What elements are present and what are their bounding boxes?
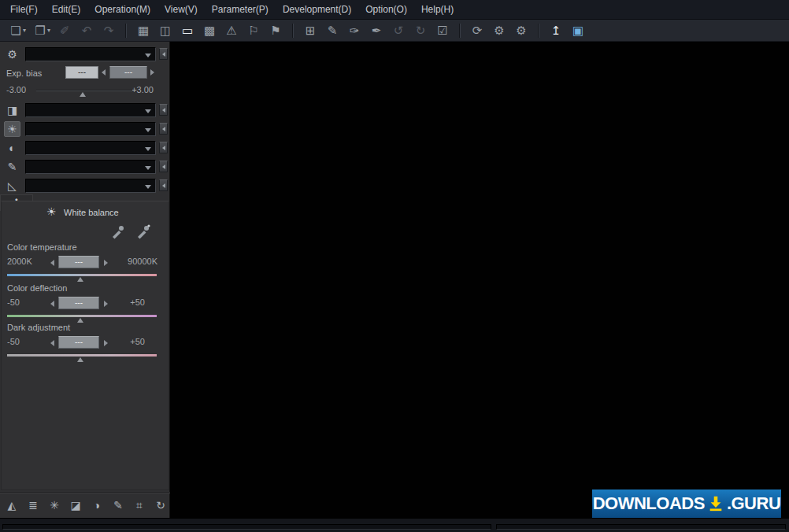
exp-bias-max-label: +3.00 (132, 85, 154, 94)
dark-adjustment-value-field[interactable]: --- (58, 336, 99, 349)
panel-divider (0, 492, 170, 493)
menu-file[interactable]: File(F) (3, 1, 45, 18)
dark-adjustment-increment-button[interactable] (104, 340, 108, 346)
rotate-left-icon[interactable]: ↺ (391, 20, 406, 41)
color-deflection-value-field[interactable]: --- (58, 297, 99, 309)
exposure-slider-popup-button[interactable] (159, 104, 168, 116)
exp-bias-increment-button[interactable] (150, 69, 154, 76)
menu-option[interactable]: Option(O) (358, 1, 414, 18)
delete-brush-icon[interactable]: ✐ (57, 20, 72, 41)
warning-display-icon[interactable]: ⚠ (224, 20, 239, 41)
dark-adjustment-slider[interactable] (7, 354, 157, 357)
mark-check-icon[interactable]: ☑ (435, 20, 450, 41)
focus-check-icon[interactable]: ◑ (89, 499, 105, 512)
chevron-down-icon (145, 185, 151, 189)
white-balance-slider-popup-button[interactable] (159, 123, 168, 135)
image-canvas[interactable] (171, 42, 789, 518)
parameter-tool-icon[interactable]: ✒ (369, 20, 384, 41)
color-temperature-value-field[interactable]: --- (58, 256, 99, 268)
display-settings-icon[interactable]: ▣ (570, 20, 586, 41)
before-after-icon[interactable]: ◪ (68, 499, 83, 512)
gray-balance-picker-button[interactable] (110, 224, 126, 239)
redo-icon[interactable]: ↷ (101, 20, 117, 41)
sharpness-row: ✎ (0, 158, 170, 175)
open-file-button[interactable]: ❏ ▾ (8, 20, 26, 41)
rotate-right-icon[interactable]: ↻ (413, 20, 428, 41)
retouch-pen-icon[interactable]: ✎ (110, 499, 126, 512)
triangle-left-icon (162, 164, 165, 169)
menu-view[interactable]: View(V) (157, 1, 205, 18)
thumbnail-mode-icon[interactable]: ▦ (135, 20, 151, 41)
taste-slider-popup-button[interactable] (159, 48, 168, 60)
rotation-icon[interactable]: ↻ (153, 499, 169, 512)
triangle-left-icon (162, 127, 165, 131)
tone-curve-dropdown[interactable] (25, 179, 156, 193)
refresh-icon[interactable]: ⟳ (469, 20, 485, 41)
color-temperature-decrement-button[interactable] (50, 260, 54, 266)
color-deflection-slider[interactable] (7, 315, 157, 317)
develop-icon[interactable]: ↥ (548, 20, 564, 41)
watermark-text: DOWNLOADS (593, 493, 705, 514)
white-balance-dropdown[interactable] (25, 122, 156, 136)
color-temperature-group: Color temperature 2000K --- 90000K (2, 242, 169, 282)
undo-icon[interactable]: ↶ (79, 20, 94, 41)
status-bar (0, 518, 789, 532)
sharpness-icon[interactable]: ✎ (4, 159, 20, 175)
grid-display-icon[interactable]: ⊞ (302, 20, 318, 41)
menu-development[interactable]: Development(D) (276, 1, 358, 18)
combination-mode-icon[interactable]: ◫ (157, 20, 173, 41)
color-deflection-min-label: -50 (7, 297, 20, 307)
adjustment-sidebar: ⚙ Exp. bias --- --- -3.00 +3.00 ◨ ☀ (0, 42, 170, 518)
histogram-icon[interactable]: ◭ (4, 499, 20, 512)
menu-parameter[interactable]: Parameter(P) (205, 1, 276, 18)
dark-adjustment-slider-marker[interactable] (77, 357, 83, 362)
contrast-icon[interactable]: ◐ (4, 140, 20, 156)
status-strip-right (496, 524, 786, 530)
contrast-dropdown[interactable] (25, 141, 156, 155)
exposure-dropdown[interactable] (25, 103, 156, 117)
highlight-display-icon[interactable]: ✳ (46, 499, 62, 512)
sharpness-slider-popup-button[interactable] (159, 161, 168, 172)
parameter-tool-icon[interactable]: ✎ (324, 20, 340, 41)
flag-next-icon[interactable]: ⚑ (268, 20, 283, 41)
menu-operation[interactable]: Operation(M) (87, 1, 157, 18)
exp-bias-slider-marker[interactable] (80, 92, 86, 97)
color-deflection-label: Color deflection (7, 283, 67, 293)
crop-icon[interactable]: ⌗ (132, 499, 147, 512)
white-balance-icon[interactable]: ☀ (4, 121, 20, 137)
color-temperature-increment-button[interactable] (104, 260, 108, 266)
exposure-row: ◨ (0, 102, 170, 119)
contrast-row: ◐ (0, 139, 170, 157)
exif-information-icon[interactable]: ≣ (25, 499, 41, 512)
menu-help[interactable]: Help(H) (414, 1, 461, 18)
chevron-down-icon: ▾ (23, 27, 26, 34)
skin-color-picker-button[interactable] (135, 224, 151, 239)
copy-parameters-icon[interactable]: ⚙ (491, 20, 507, 41)
color-deflection-decrement-button[interactable] (50, 301, 54, 307)
exposure-icon[interactable]: ◨ (4, 102, 20, 118)
flag-previous-icon[interactable]: ⚐ (246, 20, 261, 41)
exp-bias-slider[interactable] (36, 90, 132, 91)
tone-curve-icon[interactable]: ◺ (4, 178, 20, 194)
white-balance-panel-title: White balance (64, 208, 119, 217)
paste-parameters-icon[interactable]: ⚙ (513, 20, 529, 41)
color-temperature-slider[interactable] (7, 274, 157, 276)
contrast-slider-popup-button[interactable] (159, 142, 168, 153)
menu-edit[interactable]: Edit(E) (45, 1, 88, 18)
multi-preview-mode-icon[interactable]: ▩ (202, 20, 217, 41)
exp-bias-decrement-button[interactable] (102, 69, 106, 76)
exp-bias-value-field[interactable]: --- (65, 66, 98, 79)
color-temperature-max-label: 90000K (128, 257, 157, 266)
preview-mode-icon[interactable]: ▭ (180, 20, 195, 41)
toolbar: ❏ ▾ ❐ ▾ ✐ ↶ ↷ ▦ ◫ ▭ ▩ ⚠ ⚐ ⚑ ⊞ ✎ ✑ ✒ ↺ ↻ … (0, 20, 789, 42)
color-deflection-increment-button[interactable] (104, 301, 108, 307)
open-folder-button[interactable]: ❐ ▾ (32, 20, 50, 41)
exp-bias-combo-field[interactable]: --- (109, 66, 147, 79)
dark-adjustment-decrement-button[interactable] (50, 340, 54, 346)
color-temperature-slider-marker[interactable] (77, 277, 83, 282)
tone-curve-slider-popup-button[interactable] (159, 179, 168, 191)
taste-dropdown[interactable] (25, 47, 156, 61)
parameter-tool-icon[interactable]: ✑ (346, 20, 362, 41)
sharpness-dropdown[interactable] (25, 160, 156, 174)
dark-adjustment-group: Dark adjustment -50 --- +50 (2, 323, 169, 362)
